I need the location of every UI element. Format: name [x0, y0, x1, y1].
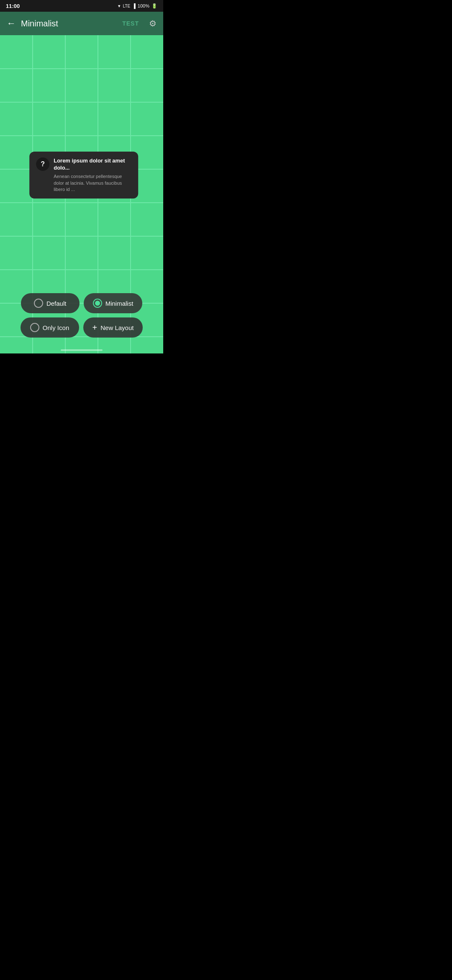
only-icon-button[interactable]: Only Icon [21, 317, 79, 338]
main-content: ? Lorem ipsum dolor sit amet dolo... Aen… [0, 35, 163, 353]
new-layout-label: New Layout [100, 324, 134, 331]
minimalist-radio-outer [93, 299, 102, 308]
default-radio-inner [36, 301, 41, 306]
tooltip-body: Aenean consectetur pellentesque dolor at… [54, 173, 131, 193]
new-layout-button[interactable]: + New Layout [83, 317, 143, 338]
test-button[interactable]: TEST [122, 20, 139, 27]
status-icons: ▾ LTE ▐ 100% 🔋 [118, 3, 157, 9]
minimalist-radio-inner [95, 301, 100, 306]
tooltip-text-container: Lorem ipsum dolor sit amet dolo... Aenea… [54, 157, 131, 193]
tooltip-title: Lorem ipsum dolor sit amet dolo... [54, 157, 131, 172]
settings-icon[interactable]: ⚙ [149, 18, 157, 28]
back-button[interactable]: ← [7, 18, 16, 29]
tooltip-icon: ? [36, 157, 49, 171]
controls-row-1: Default Minimalist [21, 293, 143, 313]
battery-percent: 100% [138, 3, 149, 8]
bottom-controls: Default Minimalist Only Icon + [0, 293, 163, 342]
default-radio-outer [34, 299, 43, 308]
battery-icon: 🔋 [152, 3, 157, 9]
app-bar: ← Minimalist TEST ⚙ [0, 12, 163, 35]
only-icon-radio-outer [30, 323, 39, 332]
app-title: Minimalist [21, 19, 117, 28]
controls-row-2: Only Icon + New Layout [21, 317, 143, 338]
minimalist-button[interactable]: Minimalist [84, 293, 143, 313]
minimalist-label: Minimalist [105, 300, 134, 307]
default-button[interactable]: Default [21, 293, 80, 313]
default-label: Default [46, 300, 67, 307]
wifi-icon: ▾ [118, 3, 121, 9]
tooltip-card: ? Lorem ipsum dolor sit amet dolo... Aen… [29, 152, 138, 199]
status-bar: 11:00 ▾ LTE ▐ 100% 🔋 [0, 0, 163, 12]
only-icon-radio-inner [32, 325, 37, 330]
only-icon-label: Only Icon [43, 324, 69, 331]
signal-bars-icon: ▐ [132, 3, 136, 8]
status-time: 11:00 [6, 3, 20, 9]
plus-icon: + [92, 323, 98, 333]
signal-icon: LTE [123, 4, 130, 8]
home-indicator [61, 349, 103, 351]
